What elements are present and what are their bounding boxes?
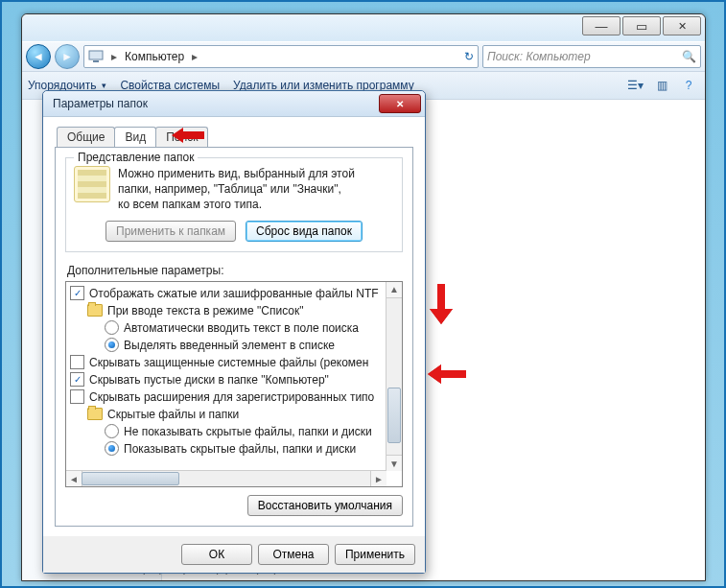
scroll-thumb[interactable] <box>387 388 401 443</box>
radio-icon[interactable] <box>105 424 119 438</box>
scroll-up-icon[interactable]: ▲ <box>386 282 402 298</box>
checkbox-icon[interactable]: ✓ <box>70 372 84 387</box>
search-placeholder: Поиск: Компьютер <box>487 50 591 63</box>
maximize-button[interactable]: ▭ <box>622 16 661 35</box>
vertical-scrollbar[interactable]: ▲ ▼ <box>386 282 402 471</box>
svg-rect-1 <box>93 60 99 62</box>
svg-marker-6 <box>428 365 441 384</box>
ok-button[interactable]: ОК <box>181 544 252 565</box>
checkbox-icon[interactable] <box>70 355 84 369</box>
checkbox-icon[interactable]: ✓ <box>70 286 84 300</box>
breadcrumb-arrow[interactable]: ▸ <box>188 50 201 63</box>
advanced-settings-label: Дополнительные параметры: <box>67 264 403 277</box>
svg-rect-5 <box>441 370 466 378</box>
breadcrumb-arrow: ▸ <box>107 50 121 63</box>
breadcrumb-computer[interactable]: Компьютер <box>125 50 184 63</box>
advanced-settings-tree[interactable]: ✓Отображать сжатые или зашифрованные фай… <box>65 281 403 487</box>
cancel-button[interactable]: Отмена <box>258 544 329 565</box>
dialog-button-row: ОК Отмена Применить <box>43 536 425 573</box>
folder-icon <box>87 304 103 317</box>
nav-forward-button[interactable]: ► <box>55 44 80 69</box>
radio-icon[interactable] <box>105 441 119 456</box>
dialog-close-button[interactable]: ✕ <box>379 94 421 113</box>
search-input[interactable]: Поиск: Компьютер 🔍 <box>482 45 701 68</box>
dialog-title-text: Параметры папок <box>53 97 148 110</box>
svg-rect-3 <box>437 284 445 309</box>
opt-hide-protected[interactable]: Скрывать защищенные системные файлы (рек… <box>89 356 368 369</box>
scroll-thumb[interactable] <box>82 472 179 485</box>
opt-dont-show-hidden[interactable]: Не показывать скрытые файлы, папки и дис… <box>124 425 372 438</box>
folder-icon <box>87 408 103 420</box>
radio-icon[interactable] <box>105 320 119 335</box>
minimize-button[interactable]: — <box>582 16 621 35</box>
help-icon[interactable]: ? <box>678 75 699 96</box>
annotation-arrow-down <box>428 284 457 326</box>
apply-button[interactable]: Применить <box>335 544 415 565</box>
radio-icon[interactable] <box>105 338 119 352</box>
checkbox-icon[interactable] <box>70 389 84 404</box>
search-icon: 🔍 <box>682 50 696 63</box>
svg-marker-4 <box>430 309 453 324</box>
annotation-arrow-left <box>428 363 466 386</box>
horizontal-scrollbar[interactable]: ◄ ► <box>66 470 386 486</box>
address-bar[interactable]: ▸ Компьютер ▸ ↻ <box>83 45 479 68</box>
nav-bar: ◄ ► ▸ Компьютер ▸ ↻ Поиск: Компьютер 🔍 <box>22 41 705 72</box>
restore-defaults-button[interactable]: Восстановить умолчания <box>247 495 403 516</box>
apply-to-folders-button[interactable]: Применить к папкам <box>105 221 236 242</box>
reset-folders-button[interactable]: Сброс вида папок <box>246 221 363 242</box>
close-button[interactable]: ✕ <box>663 16 701 35</box>
opt-hide-extensions[interactable]: Скрывать расширения для зарегистрированн… <box>89 390 374 404</box>
opt-hide-empty-drives[interactable]: Скрывать пустые диски в папке "Компьютер… <box>89 373 329 387</box>
folder-views-group: Представление папок Можно применить вид,… <box>65 157 403 252</box>
scroll-right-icon[interactable]: ► <box>370 471 386 486</box>
group-title: Представление папок <box>74 151 198 164</box>
svg-rect-0 <box>89 51 103 59</box>
opt-select-typed-item[interactable]: Выделять введенный элемент в списке <box>124 339 335 352</box>
folder-views-description: Можно применить вид, выбранный для этой … <box>118 166 355 213</box>
opt-auto-type-search[interactable]: Автоматически вводить текст в поле поиск… <box>124 321 359 335</box>
window-titlebar: — ▭ ✕ <box>22 14 705 41</box>
opt-show-compressed[interactable]: Отображать сжатые или зашифрованные файл… <box>89 287 379 300</box>
dialog-titlebar[interactable]: Параметры папок ✕ <box>43 91 425 117</box>
tab-view[interactable]: Вид <box>114 127 156 147</box>
opt-show-hidden[interactable]: Показывать скрытые файлы, папки и диски <box>124 442 356 456</box>
opt-hidden-files-group: Скрытые файлы и папки <box>107 408 239 421</box>
view-menu-icon[interactable]: ☰▾ <box>624 75 645 96</box>
refresh-icon[interactable]: ↻ <box>464 50 474 63</box>
tab-panel-view: Представление папок Можно применить вид,… <box>55 147 413 527</box>
tab-general[interactable]: Общие <box>57 127 115 147</box>
scroll-down-icon[interactable]: ▼ <box>386 455 402 471</box>
tab-strip: Общие Вид Поиск <box>57 127 413 147</box>
scroll-left-icon[interactable]: ◄ <box>66 471 82 486</box>
preview-pane-icon[interactable]: ▥ <box>651 75 672 96</box>
folder-views-icon <box>74 166 110 202</box>
opt-list-typing-group: При вводе текста в режиме "Список" <box>107 304 304 318</box>
tab-search[interactable]: Поиск <box>155 127 208 147</box>
computer-icon <box>88 50 104 63</box>
nav-back-button[interactable]: ◄ <box>26 44 51 69</box>
folder-options-dialog: Параметры папок ✕ Общие Вид Поиск Предст… <box>42 90 426 574</box>
